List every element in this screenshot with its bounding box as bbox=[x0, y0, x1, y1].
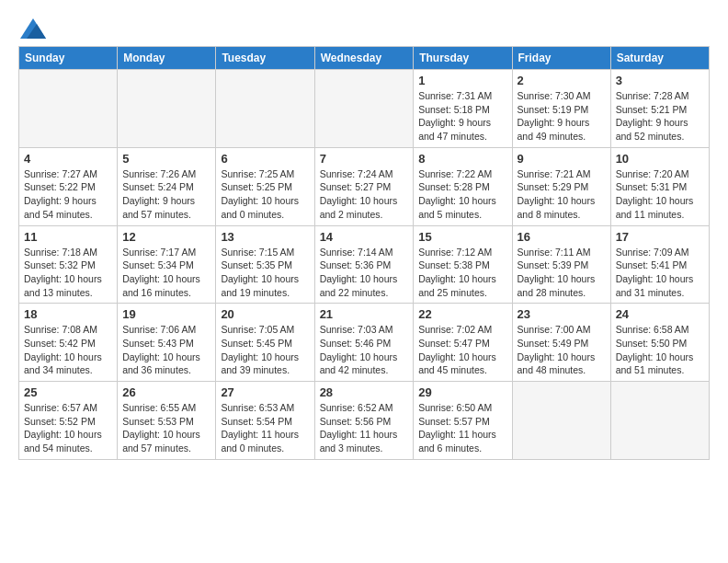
day-info: Sunrise: 7:26 AMSunset: 5:24 PMDaylight:… bbox=[122, 167, 210, 222]
day-info: Sunrise: 6:50 AMSunset: 5:57 PMDaylight:… bbox=[418, 401, 506, 455]
calendar-cell: 25Sunrise: 6:57 AMSunset: 5:52 PMDayligh… bbox=[19, 382, 118, 460]
day-number: 23 bbox=[518, 307, 606, 321]
logo-icon bbox=[20, 18, 46, 39]
day-info: Sunrise: 7:14 AMSunset: 5:36 PMDaylight:… bbox=[320, 246, 409, 300]
day-info: Sunrise: 7:22 AMSunset: 5:28 PMDaylight:… bbox=[418, 167, 506, 222]
calendar-cell: 21Sunrise: 7:03 AMSunset: 5:46 PMDayligh… bbox=[314, 304, 414, 382]
day-info: Sunrise: 7:15 AMSunset: 5:35 PMDaylight:… bbox=[221, 246, 309, 300]
day-info: Sunrise: 7:09 AMSunset: 5:41 PMDaylight:… bbox=[616, 246, 704, 300]
day-info: Sunrise: 7:21 AMSunset: 5:29 PMDaylight:… bbox=[518, 167, 606, 222]
week-row-4: 18Sunrise: 7:08 AMSunset: 5:42 PMDayligh… bbox=[19, 304, 710, 382]
day-info: Sunrise: 7:00 AMSunset: 5:49 PMDaylight:… bbox=[518, 323, 606, 377]
calendar-cell: 28Sunrise: 6:52 AMSunset: 5:56 PMDayligh… bbox=[314, 382, 414, 460]
calendar-cell: 5Sunrise: 7:26 AMSunset: 5:24 PMDaylight… bbox=[118, 147, 216, 225]
day-number: 7 bbox=[320, 152, 409, 166]
day-info: Sunrise: 7:08 AMSunset: 5:42 PMDaylight:… bbox=[24, 323, 112, 377]
calendar-cell: 9Sunrise: 7:21 AMSunset: 5:29 PMDaylight… bbox=[512, 147, 610, 225]
day-info: Sunrise: 7:25 AMSunset: 5:25 PMDaylight:… bbox=[221, 167, 309, 222]
day-number: 14 bbox=[320, 230, 409, 244]
calendar-cell bbox=[610, 382, 709, 460]
calendar-cell: 10Sunrise: 7:20 AMSunset: 5:31 PMDayligh… bbox=[610, 147, 709, 225]
day-number: 3 bbox=[616, 74, 704, 87]
header bbox=[18, 15, 710, 39]
week-row-1: 1Sunrise: 7:31 AMSunset: 5:18 PMDaylight… bbox=[19, 70, 710, 148]
day-info: Sunrise: 7:17 AMSunset: 5:34 PMDaylight:… bbox=[122, 246, 210, 300]
day-number: 1 bbox=[418, 74, 506, 87]
day-number: 9 bbox=[518, 152, 606, 166]
day-number: 20 bbox=[221, 307, 309, 321]
calendar-cell: 1Sunrise: 7:31 AMSunset: 5:18 PMDaylight… bbox=[414, 70, 512, 148]
calendar-cell: 20Sunrise: 7:05 AMSunset: 5:45 PMDayligh… bbox=[216, 304, 314, 382]
day-number: 19 bbox=[122, 307, 210, 321]
day-number: 4 bbox=[24, 152, 112, 166]
calendar-cell: 8Sunrise: 7:22 AMSunset: 5:28 PMDaylight… bbox=[414, 147, 512, 225]
day-number: 11 bbox=[24, 230, 112, 244]
day-number: 29 bbox=[418, 385, 506, 399]
day-info: Sunrise: 6:58 AMSunset: 5:50 PMDaylight:… bbox=[616, 323, 704, 377]
day-info: Sunrise: 7:11 AMSunset: 5:39 PMDaylight:… bbox=[518, 246, 606, 300]
calendar-cell: 19Sunrise: 7:06 AMSunset: 5:43 PMDayligh… bbox=[118, 304, 216, 382]
day-info: Sunrise: 7:12 AMSunset: 5:38 PMDaylight:… bbox=[418, 246, 506, 300]
day-number: 26 bbox=[122, 385, 210, 399]
calendar-cell bbox=[512, 382, 610, 460]
day-info: Sunrise: 7:18 AMSunset: 5:32 PMDaylight:… bbox=[24, 246, 112, 300]
calendar-cell: 6Sunrise: 7:25 AMSunset: 5:25 PMDaylight… bbox=[216, 147, 314, 225]
day-number: 22 bbox=[418, 307, 506, 321]
weekday-header-row: SundayMondayTuesdayWednesdayThursdayFrid… bbox=[19, 47, 710, 70]
calendar-cell: 7Sunrise: 7:24 AMSunset: 5:27 PMDaylight… bbox=[314, 147, 414, 225]
weekday-header-thursday: Thursday bbox=[414, 47, 512, 70]
day-info: Sunrise: 7:28 AMSunset: 5:21 PMDaylight:… bbox=[616, 89, 704, 144]
week-row-2: 4Sunrise: 7:27 AMSunset: 5:22 PMDaylight… bbox=[19, 147, 710, 225]
calendar-cell: 3Sunrise: 7:28 AMSunset: 5:21 PMDaylight… bbox=[610, 70, 709, 148]
day-number: 16 bbox=[518, 230, 606, 244]
calendar-cell: 4Sunrise: 7:27 AMSunset: 5:22 PMDaylight… bbox=[19, 147, 118, 225]
calendar-cell: 22Sunrise: 7:02 AMSunset: 5:47 PMDayligh… bbox=[414, 304, 512, 382]
day-number: 21 bbox=[320, 307, 409, 321]
calendar-cell bbox=[216, 70, 314, 148]
calendar-cell: 27Sunrise: 6:53 AMSunset: 5:54 PMDayligh… bbox=[216, 382, 314, 460]
weekday-header-monday: Monday bbox=[118, 47, 216, 70]
weekday-header-wednesday: Wednesday bbox=[314, 47, 414, 70]
day-info: Sunrise: 7:06 AMSunset: 5:43 PMDaylight:… bbox=[122, 323, 210, 377]
calendar-cell bbox=[118, 70, 216, 148]
calendar-cell: 26Sunrise: 6:55 AMSunset: 5:53 PMDayligh… bbox=[118, 382, 216, 460]
weekday-header-saturday: Saturday bbox=[610, 47, 709, 70]
weekday-header-sunday: Sunday bbox=[19, 47, 118, 70]
day-info: Sunrise: 7:05 AMSunset: 5:45 PMDaylight:… bbox=[221, 323, 309, 377]
calendar-cell bbox=[314, 70, 414, 148]
calendar-cell: 11Sunrise: 7:18 AMSunset: 5:32 PMDayligh… bbox=[19, 225, 118, 304]
calendar-cell: 15Sunrise: 7:12 AMSunset: 5:38 PMDayligh… bbox=[414, 225, 512, 304]
calendar-cell: 24Sunrise: 6:58 AMSunset: 5:50 PMDayligh… bbox=[610, 304, 709, 382]
calendar-cell: 12Sunrise: 7:17 AMSunset: 5:34 PMDayligh… bbox=[118, 225, 216, 304]
calendar-cell: 29Sunrise: 6:50 AMSunset: 5:57 PMDayligh… bbox=[414, 382, 512, 460]
day-info: Sunrise: 6:55 AMSunset: 5:53 PMDaylight:… bbox=[122, 401, 210, 455]
day-info: Sunrise: 7:24 AMSunset: 5:27 PMDaylight:… bbox=[320, 167, 409, 222]
weekday-header-friday: Friday bbox=[512, 47, 610, 70]
calendar-cell: 17Sunrise: 7:09 AMSunset: 5:41 PMDayligh… bbox=[610, 225, 709, 304]
calendar: SundayMondayTuesdayWednesdayThursdayFrid… bbox=[18, 46, 710, 460]
day-number: 13 bbox=[221, 230, 309, 244]
day-number: 18 bbox=[24, 307, 112, 321]
week-row-3: 11Sunrise: 7:18 AMSunset: 5:32 PMDayligh… bbox=[19, 225, 710, 304]
day-number: 27 bbox=[221, 385, 309, 399]
day-number: 5 bbox=[122, 152, 210, 166]
week-row-5: 25Sunrise: 6:57 AMSunset: 5:52 PMDayligh… bbox=[19, 382, 710, 460]
calendar-cell: 2Sunrise: 7:30 AMSunset: 5:19 PMDaylight… bbox=[512, 70, 610, 148]
weekday-header-tuesday: Tuesday bbox=[216, 47, 314, 70]
calendar-cell: 13Sunrise: 7:15 AMSunset: 5:35 PMDayligh… bbox=[216, 225, 314, 304]
day-number: 8 bbox=[418, 152, 506, 166]
day-info: Sunrise: 7:02 AMSunset: 5:47 PMDaylight:… bbox=[418, 323, 506, 377]
calendar-cell: 18Sunrise: 7:08 AMSunset: 5:42 PMDayligh… bbox=[19, 304, 118, 382]
calendar-cell: 23Sunrise: 7:00 AMSunset: 5:49 PMDayligh… bbox=[512, 304, 610, 382]
day-info: Sunrise: 7:03 AMSunset: 5:46 PMDaylight:… bbox=[320, 323, 409, 377]
calendar-cell: 16Sunrise: 7:11 AMSunset: 5:39 PMDayligh… bbox=[512, 225, 610, 304]
day-info: Sunrise: 7:20 AMSunset: 5:31 PMDaylight:… bbox=[616, 167, 704, 222]
day-number: 24 bbox=[616, 307, 704, 321]
day-number: 10 bbox=[616, 152, 704, 166]
day-info: Sunrise: 6:52 AMSunset: 5:56 PMDaylight:… bbox=[320, 401, 409, 455]
day-info: Sunrise: 7:27 AMSunset: 5:22 PMDaylight:… bbox=[24, 167, 112, 222]
day-number: 2 bbox=[518, 74, 606, 87]
day-number: 12 bbox=[122, 230, 210, 244]
day-info: Sunrise: 7:31 AMSunset: 5:18 PMDaylight:… bbox=[418, 89, 506, 144]
logo bbox=[18, 18, 46, 39]
